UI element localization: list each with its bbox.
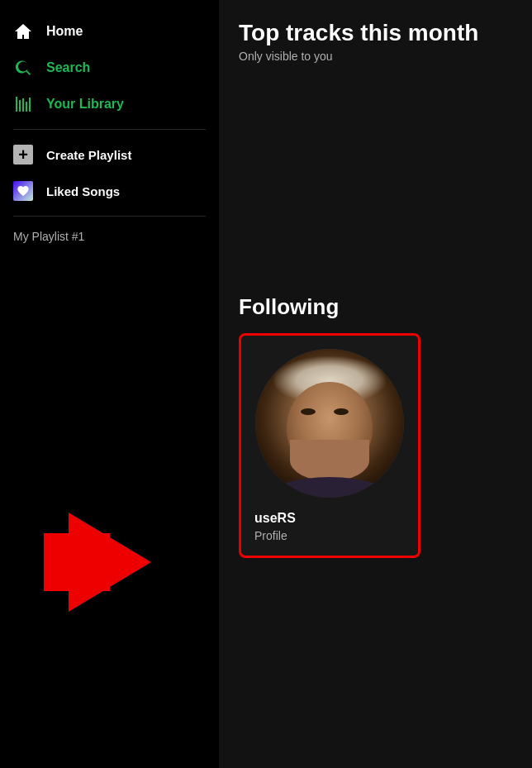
sidebar-item-search-label: Search [46, 60, 90, 75]
svg-rect-0 [16, 97, 17, 112]
svg-rect-2 [22, 98, 24, 112]
top-tracks-subtitle: Only visible to you [239, 50, 512, 63]
profile-name: useRS [254, 511, 405, 526]
sidebar-item-library[interactable]: Your Library [0, 86, 219, 122]
home-icon [13, 21, 33, 41]
main-content: Top tracks this month Only visible to yo… [219, 0, 532, 768]
create-playlist-label: Create Playlist [46, 148, 131, 162]
plus-icon: + [13, 145, 33, 165]
sidebar: Home Search Your Library + Create Playli… [0, 0, 219, 768]
sidebar-item-library-label: Your Library [46, 97, 124, 112]
sidebar-item-search[interactable]: Search [0, 50, 219, 86]
avatar [255, 349, 404, 498]
sidebar-create-playlist[interactable]: + Create Playlist [0, 136, 219, 173]
sidebar-divider [13, 129, 206, 130]
sidebar-item-home-label: Home [46, 24, 83, 39]
library-icon [13, 94, 33, 114]
heart-icon [13, 181, 33, 201]
following-title: Following [239, 294, 512, 320]
svg-rect-4 [29, 98, 31, 112]
liked-songs-label: Liked Songs [46, 184, 120, 198]
svg-rect-3 [26, 102, 27, 112]
sidebar-divider-2 [13, 216, 206, 217]
profile-type: Profile [254, 529, 405, 542]
svg-rect-1 [19, 100, 21, 112]
avatar-image [255, 349, 404, 498]
search-icon [13, 58, 33, 78]
playlist-label: My Playlist #1 [13, 230, 84, 243]
sidebar-item-home[interactable]: Home [0, 13, 219, 50]
following-section: Following useRS [239, 294, 512, 558]
top-tracks-section: Top tracks this month Only visible to yo… [239, 20, 512, 63]
sidebar-liked-songs[interactable]: Liked Songs [0, 173, 219, 209]
sidebar-item-playlist-1[interactable]: My Playlist #1 [0, 223, 219, 250]
profile-card[interactable]: useRS Profile [239, 333, 420, 558]
top-tracks-title: Top tracks this month [239, 20, 512, 46]
